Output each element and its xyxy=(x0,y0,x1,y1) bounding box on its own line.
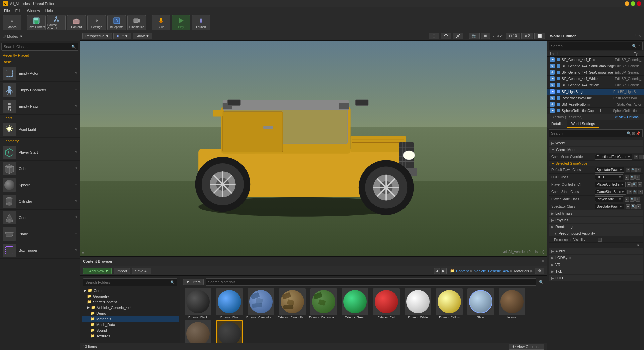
asset-rocky-1[interactable]: Rocky_01 xyxy=(183,320,213,343)
world-outliner-search-input[interactable] xyxy=(551,44,632,48)
nav-forward-arrow[interactable]: ▶ xyxy=(441,268,447,274)
player-start-help[interactable]: ? xyxy=(75,151,77,154)
asset-exterior-yellow[interactable]: Exterior_Yellow xyxy=(434,288,464,319)
cb-close-icon[interactable]: ✕ xyxy=(541,259,544,264)
category-lights[interactable]: Lights xyxy=(0,115,80,121)
hud-reset[interactable]: ↩ xyxy=(625,175,629,180)
asset-rocky-2[interactable]: Rocky_02 xyxy=(214,320,245,343)
visibility-icon-5[interactable]: 👁 xyxy=(550,83,555,88)
asset-exterior-camo-blue[interactable]: Exterior_CamouflageBlue xyxy=(246,288,276,319)
folder-sound[interactable]: 📁 Sound xyxy=(82,327,179,333)
hud-class-dropdown[interactable]: HUD ▼ xyxy=(595,174,623,180)
viewport-type-dropdown[interactable]: Perspective ▼ xyxy=(82,33,112,39)
asset-exterior-white[interactable]: Exterior_White xyxy=(403,288,433,319)
vp-rotate-btn[interactable] xyxy=(441,33,451,39)
vp-angle-snap[interactable]: ◈ 2 xyxy=(521,33,533,39)
asset-exterior-red[interactable]: Exterior_Red xyxy=(371,288,401,319)
asset-exterior-blue[interactable]: Exterior_Blue xyxy=(214,288,245,319)
nav-back-arrow[interactable]: ◀ xyxy=(434,268,440,274)
cinematics-button[interactable]: Cinematics xyxy=(127,15,146,30)
outliner-item-bp-sea[interactable]: 👁 BP_Generic_4x4_SeaCamouflage Edit BP_G… xyxy=(547,69,644,76)
place-item-empty-actor[interactable]: Empty Actor ? xyxy=(0,65,80,82)
build-button[interactable]: Build xyxy=(152,15,170,30)
spec-add[interactable]: + xyxy=(636,204,641,209)
vp-grid-size[interactable]: ⊟ 10 xyxy=(506,33,520,39)
outliner-item-bp-lightstage[interactable]: 👁 BP_LightStage Edit BP_LightStu... xyxy=(547,89,644,95)
breadcrumb-content[interactable]: Content xyxy=(456,269,469,273)
folder-vehicle[interactable]: ▶ 📁 Vehicle_Generic_4x4 xyxy=(82,305,179,310)
menu-edit[interactable]: Edit xyxy=(13,8,24,13)
box-trigger-help[interactable]: ? xyxy=(75,249,77,252)
tick-section[interactable]: ▶ Tick xyxy=(549,268,643,274)
cb-options-button[interactable]: ⚙ xyxy=(535,268,544,274)
menu-help[interactable]: Help xyxy=(43,8,56,13)
content-button[interactable]: Content xyxy=(67,15,86,30)
visibility-icon[interactable]: 👁 xyxy=(550,57,555,62)
place-item-plane[interactable]: Plane ? xyxy=(0,226,80,242)
breadcrumb-vehicle[interactable]: Vehicle_Generic_4x4 xyxy=(474,269,509,273)
empty-character-help[interactable]: ? xyxy=(75,88,77,92)
gs-search[interactable]: 🔍 xyxy=(633,190,637,194)
lod-system-section[interactable]: ▶ LODSystem xyxy=(549,255,643,261)
pc-add[interactable]: + xyxy=(638,182,642,187)
empty-pawn-help[interactable]: ? xyxy=(75,105,77,108)
view-options-outliner[interactable]: 👁 View Options... xyxy=(615,115,641,119)
visibility-icon-7[interactable]: 👁 xyxy=(550,96,555,100)
visibility-icon-9[interactable]: 👁 xyxy=(550,108,555,113)
vp-grid-btn[interactable]: ⊞ xyxy=(481,33,490,39)
outliner-item-bp-sand[interactable]: 👁 BP_Generic_4x4_SandCamouflage Edit BP_… xyxy=(547,63,644,69)
folder-mesh-data[interactable]: 📁 Mesh_Data xyxy=(82,322,179,327)
vr-section[interactable]: ▶ VR xyxy=(549,261,643,268)
cone-help[interactable]: ? xyxy=(75,216,77,220)
place-item-sphere[interactable]: Sphere ? xyxy=(0,177,80,193)
tab-world-settings[interactable]: World Settings xyxy=(567,120,599,128)
vp-camera-speed[interactable]: 📷 xyxy=(469,33,480,39)
viewport-canvas[interactable]: Level: All_Vehicles (Persistent) ⊕ xyxy=(80,41,547,256)
place-item-player-start[interactable]: Player Start ? xyxy=(0,144,80,161)
gs-reset[interactable]: ↩ xyxy=(627,190,632,194)
modes-button[interactable]: ⊞ Modes xyxy=(3,15,21,30)
search-folders-input[interactable] xyxy=(85,280,170,284)
viewport-show-dropdown[interactable]: Show ▼ xyxy=(133,33,152,39)
folder-materials[interactable]: 📁 Materials xyxy=(82,316,179,322)
place-item-point-light[interactable]: Point Light ? xyxy=(0,121,80,138)
pc-reset[interactable]: ↩ xyxy=(627,182,632,187)
world-outliner-close[interactable]: ✕ xyxy=(638,34,641,38)
player-state-dropdown[interactable]: PlayerState ▼ xyxy=(595,196,623,202)
cylinder-help[interactable]: ? xyxy=(75,200,77,203)
category-recently-placed[interactable]: Recently Placed xyxy=(0,52,80,59)
blueprints-button[interactable]: B Blueprints xyxy=(107,15,126,30)
settings-button[interactable]: ⚙ Settings xyxy=(87,15,106,30)
asset-exterior-black[interactable]: Exterior_Black xyxy=(183,288,213,319)
world-section-header[interactable]: ▶ World xyxy=(549,140,643,146)
point-light-help[interactable]: ? xyxy=(75,128,77,131)
lod-section[interactable]: ▶ LOD xyxy=(549,275,643,281)
details-pin[interactable]: 📌 xyxy=(636,131,640,136)
folder-content[interactable]: ▶ 📁 Content xyxy=(82,288,179,293)
outliner-item-bp-white[interactable]: 👁 BP_Generic_4x4_White Edit BP_Generic_ xyxy=(547,76,644,82)
place-item-empty-character[interactable]: Empty Character ? xyxy=(0,82,80,98)
place-item-cube[interactable]: Cube ? xyxy=(0,161,80,177)
asset-exterior-green[interactable]: Exterior_Green xyxy=(340,288,370,319)
plane-help[interactable]: ? xyxy=(75,232,77,236)
precomputed-vis-section[interactable]: ▼ Precomputed Visibility xyxy=(549,230,643,236)
gs-add[interactable]: + xyxy=(638,190,643,194)
vp-maximize[interactable]: ⬜ xyxy=(534,33,545,39)
place-item-cylinder[interactable]: Cylinder ? xyxy=(0,193,80,210)
default-pawn-search[interactable]: 🔍 xyxy=(631,168,636,172)
visibility-icon-2[interactable]: 👁 xyxy=(550,64,555,68)
vp-translate-btn[interactable] xyxy=(429,33,439,39)
game-mode-override-dropdown[interactable]: FunctionalTestGame ▼ xyxy=(595,154,632,160)
outliner-item-bp-red[interactable]: 👁 BP_Generic_4x4_Red Edit BP_Generic_ xyxy=(547,57,644,63)
world-outliner-options[interactable]: ⋮ xyxy=(633,34,637,38)
ps-search[interactable]: 🔍 xyxy=(630,197,635,202)
launch-button[interactable]: Launch xyxy=(192,15,210,30)
details-search-input[interactable] xyxy=(551,131,627,135)
minimize-button[interactable] xyxy=(625,1,629,6)
asset-search-input[interactable] xyxy=(206,278,536,286)
spec-reset[interactable]: ↩ xyxy=(626,204,630,209)
game-mode-section-header[interactable]: ▼ Game Mode xyxy=(549,147,643,153)
outliner-item-bp-yellow[interactable]: 👁 BP_Generic_4x4_Yellow Edit BP_Generic_ xyxy=(547,82,644,89)
menu-window[interactable]: Window xyxy=(24,8,43,13)
place-item-empty-pawn[interactable]: Empty Pawn ? xyxy=(0,98,80,115)
